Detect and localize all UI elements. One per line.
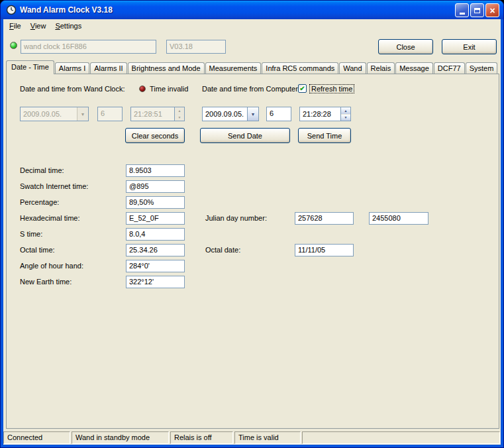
refresh-time-checkbox[interactable]: ✔ — [298, 84, 307, 93]
spin-down-icon: ▼ — [175, 114, 184, 121]
tab-date-time[interactable]: Date - Time — [6, 60, 54, 74]
tab-alarms-2[interactable]: Alarms II — [90, 62, 126, 74]
swatch-time-row: Swatch Internet time: @895 — [7, 180, 499, 194]
maximize-button[interactable] — [470, 3, 484, 17]
wand-time-value: 21:28:51 — [131, 107, 174, 121]
window-controls: × — [455, 3, 499, 17]
computer-date-value: 2009.09.05. — [203, 107, 247, 121]
checkmark-icon: ✔ — [299, 85, 305, 92]
tab-dcf77[interactable]: DCF77 — [434, 62, 465, 74]
close-button[interactable]: Close — [378, 39, 433, 54]
hour-hand-angle-field[interactable]: 284°0' — [126, 260, 185, 272]
version-field: V03.18 — [166, 40, 226, 54]
computer-section-label: Date and time from Computer: — [202, 85, 300, 93]
s-time-row: S time: 8.0,4 — [7, 228, 499, 241]
close-window-button[interactable]: × — [485, 3, 499, 17]
octal-time-row: Octal time: 25.34.26 Octal date: 11/11/0… — [7, 244, 499, 257]
percentage-label: Percentage: — [20, 198, 59, 206]
exit-button[interactable]: Exit — [442, 39, 497, 54]
new-earth-time-row: New Earth time: 322°12' — [7, 276, 499, 289]
spin-up-icon: ▲ — [175, 107, 184, 114]
refresh-time-label[interactable]: Refresh time — [309, 84, 354, 93]
menu-view[interactable]: View — [26, 21, 51, 31]
wand-date-value: 2009.09.05. — [21, 107, 77, 121]
status-spare — [302, 431, 500, 444]
computer-time-spinner[interactable]: 21:28:28 ▲ ▼ — [299, 107, 351, 121]
wand-clock-section-label: Date and time from Wand Clock: — [20, 85, 125, 93]
status-time-validity: Time is valid — [234, 431, 301, 444]
titlebar[interactable]: Wand Alarm Clock V3.18 × — [1, 1, 503, 19]
chevron-down-icon: ▼ — [77, 107, 88, 121]
computer-day-field[interactable]: 6 — [266, 107, 291, 121]
wand-time-spin-buttons: ▲ ▼ — [174, 107, 184, 121]
octal-date-label: Octal date: — [205, 246, 240, 254]
close-icon: × — [489, 6, 495, 15]
tab-system[interactable]: System — [466, 62, 498, 74]
hour-hand-angle-row: Angle of hour hand: 284°0' — [7, 260, 499, 273]
octal-time-label: Octal time: — [20, 246, 55, 254]
hexadecimal-time-field[interactable]: E_52_0F — [126, 212, 185, 225]
percentage-row: Percentage: 89,50% — [7, 196, 499, 209]
swatch-time-label: Swatch Internet time: — [20, 182, 88, 190]
send-date-button[interactable]: Send Date — [200, 128, 290, 143]
tab-relais[interactable]: Relais — [367, 62, 395, 74]
s-time-field[interactable]: 8.0,4 — [126, 228, 185, 241]
menu-settings[interactable]: Settings — [50, 21, 86, 31]
swatch-time-field[interactable]: @895 — [126, 180, 185, 193]
minimize-icon — [460, 13, 465, 15]
device-name-field: wand clock 16F886 — [21, 40, 156, 54]
window-title: Wand Alarm Clock V3.18 — [20, 5, 113, 15]
spin-up-icon[interactable]: ▲ — [341, 107, 350, 114]
spin-down-icon[interactable]: ▼ — [341, 114, 350, 121]
computer-date-combobox[interactable]: 2009.09.05. ▼ — [202, 107, 259, 121]
decimal-time-label: Decimal time: — [20, 166, 64, 174]
connection-led-icon — [10, 42, 17, 49]
s-time-label: S time: — [20, 230, 42, 238]
tab-alarms-1[interactable]: Alarms I — [55, 62, 89, 74]
julian-day-field-2[interactable]: 2455080 — [369, 212, 428, 225]
new-earth-time-label: New Earth time: — [20, 278, 72, 286]
computer-time-spin-buttons: ▲ ▼ — [340, 107, 350, 121]
menu-file[interactable]: File — [5, 21, 26, 31]
tab-wand[interactable]: Wand — [339, 62, 366, 74]
octal-date-field[interactable]: 11/11/05 — [295, 244, 354, 256]
hexadecimal-time-label: Hexadecimal time: — [20, 214, 79, 222]
status-connection: Connected — [3, 431, 70, 444]
decimal-time-row: Decimal time: 8.9503 — [7, 164, 499, 178]
tab-measurements[interactable]: Measurements — [205, 62, 262, 74]
julian-day-field-1[interactable]: 257628 — [295, 212, 354, 225]
clear-seconds-button[interactable]: Clear seconds — [125, 128, 185, 143]
tab-message[interactable]: Message — [395, 62, 433, 74]
clock-app-icon[interactable] — [6, 5, 17, 15]
percentage-field[interactable]: 89,50% — [126, 196, 185, 209]
status-relais: Relais is off — [170, 431, 233, 444]
time-invalid-label: Time invalid — [150, 85, 188, 93]
app-window: Wand Alarm Clock V3.18 × File View Setti… — [0, 0, 504, 448]
octal-time-field[interactable]: 25.34.26 — [126, 244, 185, 256]
decimal-time-field[interactable]: 8.9503 — [126, 164, 185, 177]
date-time-tab-page: Date and time from Wand Clock: Time inva… — [6, 74, 499, 429]
minimize-button[interactable] — [455, 3, 469, 17]
new-earth-time-field[interactable]: 322°12' — [126, 276, 185, 288]
hexadecimal-time-row: Hexadecimal time: E_52_0F Julian day num… — [7, 212, 499, 225]
client-area: File View Settings wand clock 16F886 V03… — [3, 19, 501, 445]
computer-time-value: 21:28:28 — [300, 107, 340, 121]
tab-brightness-mode[interactable]: Brightness and Mode — [128, 62, 205, 74]
time-invalid-led-icon — [139, 85, 146, 92]
menu-bar: File View Settings — [3, 19, 501, 32]
wand-day-field: 6 — [97, 107, 123, 121]
hour-hand-angle-label: Angle of hour hand: — [20, 262, 83, 270]
tab-infra-rc5[interactable]: Infra RC5 commands — [262, 62, 338, 74]
julian-day-label: Julian day number: — [205, 214, 267, 222]
maximize-icon — [474, 8, 480, 13]
send-time-button[interactable]: Send Time — [298, 128, 351, 143]
status-bar: Connected Wand in standby mode Relais is… — [3, 431, 501, 445]
wand-time-spinner: 21:28:51 ▲ ▼ — [130, 107, 185, 121]
wand-date-combobox: 2009.09.05. ▼ — [20, 107, 89, 121]
tab-strip: Date - Time Alarms I Alarms II Brightnes… — [6, 60, 498, 74]
status-wand-mode: Wand in standby mode — [72, 431, 169, 444]
chevron-down-icon[interactable]: ▼ — [247, 107, 258, 121]
